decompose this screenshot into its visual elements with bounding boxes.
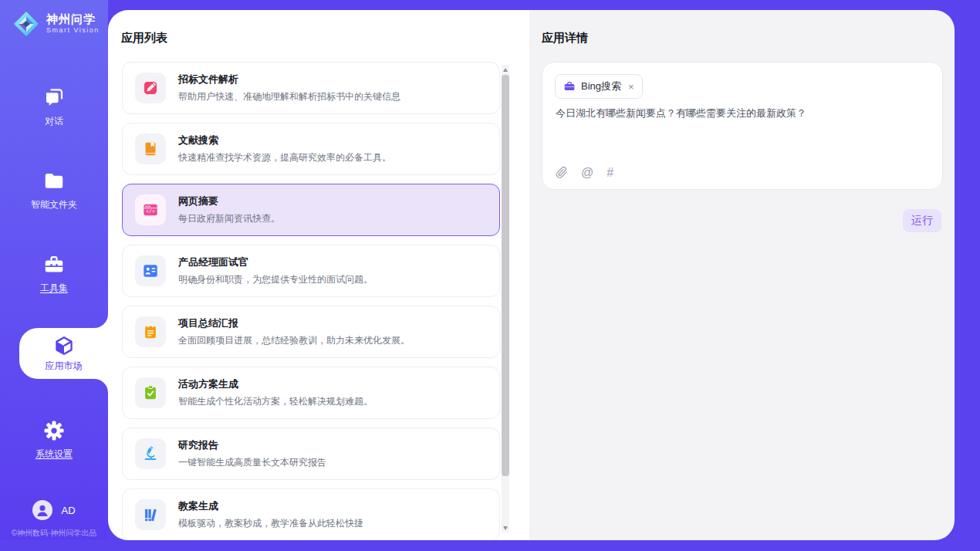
app-card-title: 文献搜索 [178, 134, 391, 147]
app-card-project-summary[interactable]: 项目总结汇报 全面回顾项目进展，总结经验教训，助力未来优化发展。 [122, 306, 500, 358]
app-card-title: 网页摘要 [178, 194, 280, 208]
app-card-title: 招标文件解析 [178, 73, 400, 86]
main-content: 应用列表 招标文件解析 帮助用户快速、准确地理解和解析招标书中的关键信息 [108, 10, 955, 540]
prompt-card[interactable]: Bing搜索 × 今日湖北有哪些新闻要点？有哪些需要关注的最新政策？ @ # [542, 62, 943, 190]
scrollbar-up-arrow[interactable] [502, 65, 509, 74]
paperclip-icon[interactable] [556, 166, 568, 179]
app-card-desc: 一键智能生成高质量长文本研究报告 [178, 456, 326, 469]
app-card-lesson-plan[interactable]: 教案生成 模板驱动，教案秒成，教学准备从此轻松快捷 [122, 488, 500, 540]
app-list-panel: 应用列表 招标文件解析 帮助用户快速、准确地理解和解析招标书中的关键信息 [108, 10, 529, 540]
sidebar-item-settings[interactable]: 系统设置 [0, 419, 108, 461]
at-icon[interactable]: @ [581, 167, 593, 179]
app-list: 招标文件解析 帮助用户快速、准确地理解和解析招标书中的关键信息 文献搜索 快速精… [122, 62, 500, 540]
notepad-icon [135, 316, 166, 347]
run-button[interactable]: 运行 [903, 209, 941, 232]
sidebar-item-label: 应用市场 [46, 360, 83, 373]
app-card-desc: 帮助用户快速、准确地理解和解析招标书中的关键信息 [178, 90, 400, 103]
tool-tag-label: Bing搜索 [581, 79, 621, 93]
app-card-pm-interviewer[interactable]: 产品经理面试官 明确身份和职责，为您提供专业性的面试问题。 [122, 245, 500, 297]
folder-icon [0, 170, 108, 193]
prompt-input[interactable]: 今日湖北有哪些新闻要点？有哪些需要关注的最新政策？ [556, 106, 927, 121]
sidebar-item-chat[interactable]: 对话 [0, 86, 108, 128]
app-window: { "brand": {"name": "神州问学", "subtitle": … [0, 0, 980, 551]
svg-text:</>: </> [146, 209, 155, 215]
gear-icon [0, 419, 108, 442]
close-icon[interactable]: × [628, 81, 634, 93]
sidebar-footer: ©神州数码·神州问学出品 [0, 528, 108, 539]
app-detail-panel: 应用详情 Bing搜索 × 今日湖北有哪些新闻要点？有哪些需要关注的最新政策？ [529, 10, 955, 540]
user-avatar-icon [32, 500, 52, 520]
hash-icon[interactable]: # [607, 167, 613, 179]
user-account[interactable]: AD [0, 500, 108, 520]
app-card-research-report[interactable]: 研究报告 一键智能生成高质量长文本研究报告 [122, 428, 500, 480]
clipboard-check-icon [135, 377, 166, 408]
app-detail-title: 应用详情 [542, 31, 588, 46]
chat-icon [0, 86, 108, 110]
app-card-bid-analysis[interactable]: 招标文件解析 帮助用户快速、准确地理解和解析招标书中的关键信息 [122, 62, 500, 114]
tool-tag-bing-search[interactable]: Bing搜索 × [555, 74, 643, 99]
book-icon [135, 134, 166, 164]
sidebar: 神州问学 Smart Vision 对话 智能文件夹 工具集 [0, 0, 108, 540]
app-card-title: 项目总结汇报 [178, 316, 410, 330]
sidebar-item-label: 系统设置 [35, 448, 73, 461]
app-card-desc: 明确身份和职责，为您提供专业性的面试问题。 [178, 273, 373, 286]
app-card-literature-search[interactable]: 文献搜索 快速精准查找学术资源，提高研究效率的必备工具。 [122, 123, 500, 175]
app-card-title: 活动方案生成 [178, 377, 373, 391]
sidebar-item-label: 对话 [45, 115, 63, 128]
brand-subtitle: Smart Vision [46, 27, 100, 35]
sidebar-item-app-market[interactable]: 应用市场 [19, 328, 108, 379]
sidebar-item-label: 智能文件夹 [31, 198, 77, 211]
microscope-icon [135, 438, 166, 469]
app-card-desc: 每日政府新闻资讯快查。 [178, 212, 280, 225]
diamond-logo-icon [12, 10, 40, 38]
sidebar-item-label: 工具集 [40, 282, 68, 295]
app-card-title: 产品经理面试官 [178, 255, 373, 269]
user-name: AD [61, 505, 75, 516]
brand-name: 神州问学 [46, 13, 100, 26]
composer-toolbar: @ # [556, 166, 613, 179]
app-card-title: 研究报告 [178, 438, 326, 452]
brand-logo: 神州问学 Smart Vision [12, 10, 100, 38]
toolbox-icon [0, 253, 108, 276]
scrollbar-down-arrow[interactable] [502, 523, 509, 532]
briefcase-icon [563, 80, 576, 93]
app-list-scrollbar[interactable] [502, 65, 509, 532]
books-icon [135, 499, 166, 530]
app-card-desc: 智能生成个性化活动方案，轻松解决规划难题。 [178, 395, 373, 408]
app-card-desc: 全面回顾项目进展，总结经验教训，助力未来优化发展。 [178, 334, 410, 347]
app-card-web-summary[interactable]: </> 网页摘要 每日政府新闻资讯快查。 [122, 184, 500, 236]
browser-code-icon: </> [135, 194, 166, 225]
sidebar-item-smart-folder[interactable]: 智能文件夹 [0, 170, 108, 211]
app-card-desc: 快速精准查找学术资源，提高研究效率的必备工具。 [178, 151, 391, 164]
app-card-title: 教案生成 [178, 499, 363, 513]
document-edit-icon [135, 73, 166, 103]
app-card-event-plan[interactable]: 活动方案生成 智能生成个性化活动方案，轻松解决规划难题。 [122, 367, 500, 419]
interviewer-icon [135, 255, 166, 286]
scrollbar-thumb[interactable] [502, 75, 509, 476]
app-card-desc: 模板驱动，教案秒成，教学准备从此轻松快捷 [178, 517, 363, 530]
app-list-title: 应用列表 [121, 31, 167, 46]
cube-icon [53, 335, 75, 357]
sidebar-item-toolset[interactable]: 工具集 [0, 253, 108, 295]
